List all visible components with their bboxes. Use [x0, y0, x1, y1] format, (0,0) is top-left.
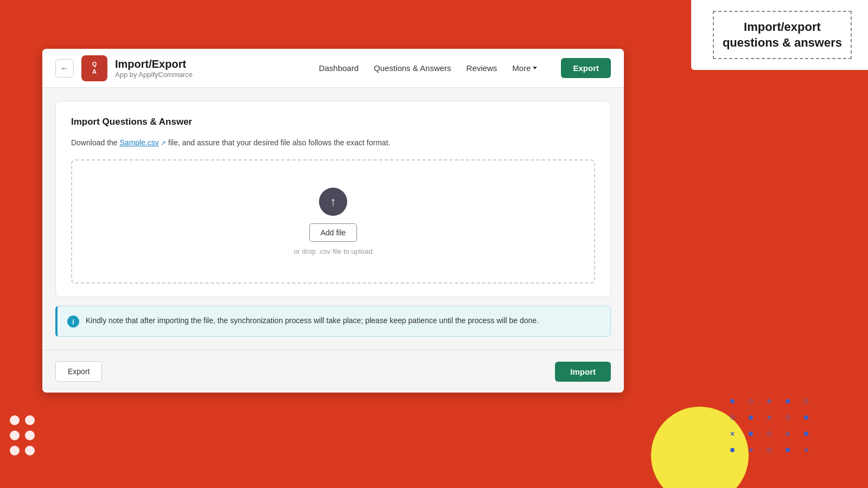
- footer-export-button[interactable]: Export: [55, 361, 102, 382]
- upload-hint: or drop .csv file to upload: [293, 247, 372, 255]
- external-link-icon: ↗: [159, 139, 166, 147]
- nav-reviews[interactable]: Reviews: [467, 61, 497, 75]
- decorative-dots-right: + × × × × ×: [727, 396, 814, 455]
- info-icon: i: [67, 316, 79, 328]
- import-card: Import Questions & Answer Download the S…: [55, 101, 611, 297]
- logo-text: QA: [92, 61, 97, 75]
- app-content: Import Questions & Answer Download the S…: [42, 88, 624, 350]
- back-button[interactable]: ←: [55, 59, 74, 78]
- header-export-button[interactable]: Export: [561, 58, 611, 78]
- import-button[interactable]: Import: [555, 362, 611, 382]
- back-arrow-icon: ←: [60, 64, 69, 73]
- nav-dashboard[interactable]: Dashboard: [319, 61, 359, 75]
- upload-icon-circle: ↑: [319, 188, 347, 216]
- app-logo: QA: [81, 55, 107, 81]
- app-subtitle: App by AppifyCommarce: [115, 70, 319, 79]
- info-box: i Kindly note that after importing the f…: [55, 306, 611, 337]
- app-title-group: Import/Export App by AppifyCommarce: [115, 58, 319, 79]
- app-title: Import/Export: [115, 58, 319, 70]
- app-nav: Dashboard Questions & Answers Reviews Mo…: [319, 58, 611, 78]
- nav-more[interactable]: More: [512, 61, 537, 75]
- instruction-text: Download the Sample.csv ↗ file, and assu…: [71, 137, 595, 149]
- upload-zone[interactable]: ↑ Add file or drop .csv file to upload: [71, 159, 595, 284]
- add-file-button[interactable]: Add file: [309, 223, 358, 242]
- banner-tag: Import/export questions & answers: [691, 0, 868, 70]
- app-header: ← QA Import/Export App by AppifyCommarce…: [42, 49, 624, 88]
- app-window: ← QA Import/Export App by AppifyCommarce…: [42, 49, 624, 393]
- decorative-dots-left: [10, 415, 35, 455]
- info-message: Kindly note that after importing the fil…: [86, 315, 539, 327]
- banner-title: Import/export questions & answers: [723, 20, 842, 50]
- info-icon-letter: i: [72, 318, 74, 326]
- upload-arrow-icon: ↑: [330, 196, 336, 208]
- nav-questions-answers[interactable]: Questions & Answers: [374, 61, 451, 75]
- sample-csv-link[interactable]: Sample.csv: [120, 138, 159, 147]
- section-title: Import Questions & Answer: [71, 117, 595, 127]
- app-footer: Export Import: [42, 350, 624, 393]
- instruction-prefix: Download the: [71, 138, 120, 147]
- chevron-down-icon: [533, 67, 537, 69]
- instruction-suffix: file, and assure that your desired file …: [166, 138, 390, 147]
